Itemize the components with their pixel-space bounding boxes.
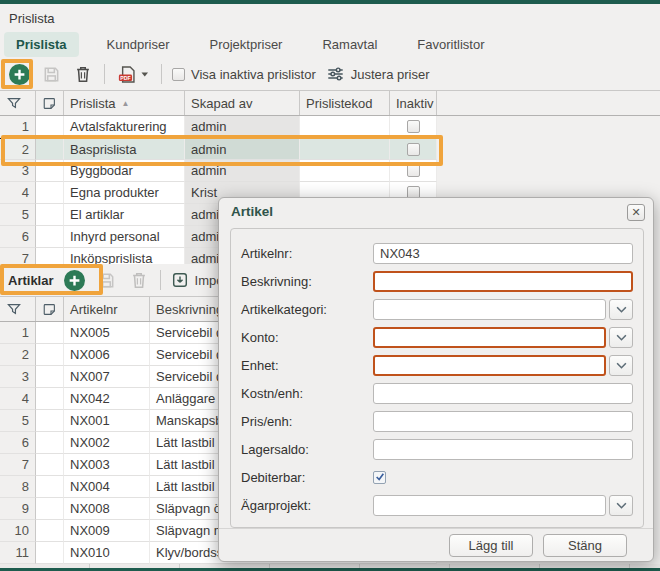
filter-header-cell[interactable] (0, 91, 36, 115)
column-header-empty (437, 91, 660, 115)
row-number-cell: 3 (0, 160, 36, 182)
import-icon (171, 271, 189, 289)
dialog-close-button[interactable]: ✕ (627, 204, 645, 221)
article-number-cell: NX001 (64, 410, 150, 432)
note-cell (36, 139, 64, 160)
pricelist-row[interactable]: 3 Byggbodar admin (0, 160, 437, 182)
adjust-prices-label: Justera priser (351, 67, 430, 82)
note-icon (42, 302, 57, 317)
chevron-down-icon (616, 502, 627, 509)
field-label-kostn-enh: Kostn/enh: (241, 386, 373, 401)
lagersaldo-input[interactable] (373, 439, 633, 460)
agarprojekt-dropdown-button[interactable] (609, 495, 633, 516)
pricelist-code-cell (300, 139, 390, 160)
chevron-down-icon (616, 334, 627, 341)
toolbar-separator (161, 64, 162, 84)
row-number-cell: 8 (0, 476, 36, 498)
dialog-footer: Lägg till Stäng (219, 528, 653, 561)
pricelist-name-cell: Basprislista (64, 139, 185, 160)
show-inactive-checkbox[interactable] (172, 68, 185, 81)
add-article-button[interactable] (64, 269, 86, 291)
field-label-artikelnr: Artikelnr: (241, 246, 373, 261)
column-header-prislista[interactable]: Prislista ▲ (64, 91, 185, 115)
agarprojekt-select[interactable] (373, 495, 606, 516)
dialog-title: Artikel (231, 204, 273, 219)
note-cell (36, 454, 64, 476)
row-number-cell: 2 (0, 139, 36, 160)
artikelkategori-select[interactable] (373, 299, 606, 320)
tab[interactable]: Projektpriser (197, 32, 294, 57)
delete-article-button[interactable] (128, 269, 150, 291)
column-header-inaktiv[interactable]: Inaktiv (390, 91, 437, 115)
pricelist-toolbar: PDF Visa inaktiva prislistor Justera pri… (8, 58, 648, 90)
filter-icon (6, 301, 22, 317)
tab[interactable]: Kundpriser (95, 32, 182, 57)
enhet-select[interactable] (373, 355, 606, 376)
article-number-cell: NX010 (64, 542, 150, 564)
tab-bar: Prislista Kundpriser Projektpriser Ramav… (4, 31, 497, 57)
kostn-enh-input[interactable] (373, 383, 633, 404)
created-by-cell: admin (185, 116, 300, 138)
note-cell (36, 520, 64, 542)
save-pricelist-button[interactable] (40, 63, 62, 85)
column-header-artikelnr[interactable]: Artikelnr (64, 297, 150, 321)
pricelist-name-cell: Avtalsfakturering (64, 116, 185, 138)
konto-select[interactable] (373, 327, 606, 348)
chevron-down-icon (616, 362, 627, 369)
row-number-cell: 11 (0, 542, 36, 564)
pris-enh-input[interactable] (373, 411, 633, 432)
enhet-dropdown-button[interactable] (609, 355, 633, 376)
filter-header-cell[interactable] (0, 297, 36, 321)
tab[interactable]: Ramavtal (310, 32, 389, 57)
dialog-field-group: Artikelnr: Beskrivning: Artikelkategori:… (230, 228, 644, 528)
column-header-skapad-av[interactable]: Skapad av (185, 91, 300, 115)
row-number-cell: 10 (0, 520, 36, 542)
field-label-debiterbar: Debiterbar: (241, 470, 373, 485)
field-label-beskrivning: Beskrivning: (241, 274, 373, 289)
inactive-checkbox[interactable] (407, 164, 420, 177)
row-number-cell: 4 (0, 182, 36, 204)
tab[interactable]: Favoritlistor (405, 32, 496, 57)
artikel-dialog: Artikel ✕ Artikelnr: Beskrivning: Artike… (218, 197, 654, 562)
article-number-cell: NX007 (64, 366, 150, 388)
field-label-konto: Konto: (241, 330, 373, 345)
artikelnr-input[interactable] (373, 243, 633, 264)
delete-pricelist-button[interactable] (72, 63, 94, 85)
debiterbar-checkbox[interactable] (373, 471, 386, 484)
note-cell (36, 322, 64, 344)
adjust-prices-button[interactable]: Justera priser (326, 65, 430, 83)
close-button[interactable]: Stäng (543, 534, 627, 557)
save-article-button[interactable] (96, 269, 118, 291)
note-cell (36, 498, 64, 520)
note-cell (36, 388, 64, 410)
chevron-down-icon (616, 306, 627, 313)
beskrivning-input[interactable] (373, 271, 633, 292)
add-pricelist-button[interactable] (8, 63, 30, 85)
note-header-cell (36, 91, 64, 115)
row-number-cell: 9 (0, 498, 36, 520)
note-cell (36, 476, 64, 498)
tab[interactable]: Prislista (4, 32, 79, 57)
trash-icon (130, 271, 148, 289)
row-number-cell: 3 (0, 366, 36, 388)
pricelist-code-cell (300, 116, 390, 138)
pricelist-row[interactable]: 2 Basprislista admin (0, 138, 437, 160)
konto-dropdown-button[interactable] (609, 327, 633, 348)
field-label-agarprojekt: Ägarprojekt: (241, 498, 373, 513)
export-pdf-button[interactable]: PDF (115, 63, 151, 85)
plus-icon (64, 270, 85, 291)
row-number-cell: 5 (0, 410, 36, 432)
note-cell (36, 248, 64, 264)
inactive-checkbox[interactable] (407, 120, 420, 133)
article-number-cell: NX006 (64, 344, 150, 366)
add-button[interactable]: Lägg till (449, 534, 533, 557)
pdf-export-icon: PDF (117, 65, 149, 84)
artikelkategori-dropdown-button[interactable] (609, 299, 633, 320)
column-header-prislistekod[interactable]: Prislistekod (300, 91, 390, 115)
pricelist-row[interactable]: 1 Avtalsfakturering admin (0, 116, 437, 138)
row-number-cell: 6 (0, 226, 36, 248)
inactive-checkbox[interactable] (407, 143, 420, 156)
article-number-cell: NX009 (64, 520, 150, 542)
note-cell (36, 344, 64, 366)
articles-section-label: Artiklar (8, 273, 54, 288)
